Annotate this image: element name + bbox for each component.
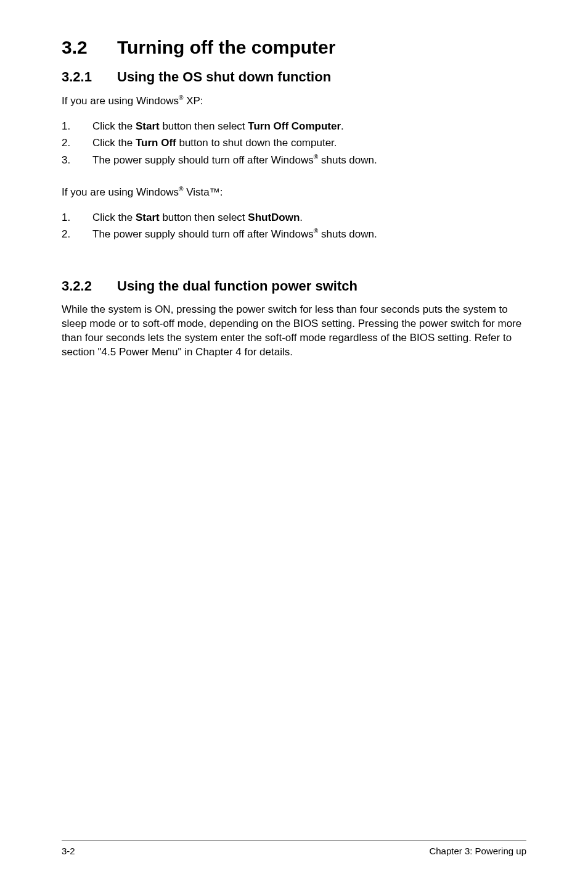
step-number: 2. [62,135,70,151]
step-number: 1. [62,210,70,226]
subsection-body: While the system is ON, pressing the pow… [62,303,526,360]
step-text: . [300,212,303,223]
list-item: 2. The power supply should turn off afte… [62,226,526,242]
subsection-heading: 3.2.1Using the OS shut down function [62,69,526,85]
chapter-label: Chapter 3: Powering up [429,846,526,856]
steps-xp: 1. Click the Start button then select Tu… [62,118,526,168]
step-text: shuts down. [318,154,377,166]
list-item: 2. Click the Turn Off button to shut dow… [62,135,526,151]
step-text: shuts down. [318,228,377,240]
subsection-number: 3.2.2 [62,278,117,294]
list-item: 3. The power supply should turn off afte… [62,152,526,168]
intro-xp: If you are using Windows® XP: [62,94,526,109]
intro-xp-post: XP: [183,95,203,107]
subsection-title-text: Using the OS shut down function [117,69,331,85]
list-item: 1. Click the Start button then select Tu… [62,118,526,134]
step-text: The power supply should turn off after W… [92,154,314,166]
section-number: 3.2 [62,37,117,58]
page-number: 3-2 [62,846,75,856]
step-bold: Turn Off [136,137,176,149]
section-title-text: Turning off the computer [117,37,335,57]
intro-vista-post: Vista™: [183,186,223,198]
subsection-title-text: Using the dual function power switch [117,278,357,294]
step-bold: ShutDown [248,212,300,223]
intro-xp-pre: If you are using Windows [62,95,179,107]
step-text: . [341,120,344,132]
intro-vista-pre: If you are using Windows [62,186,179,198]
step-number: 1. [62,118,70,134]
section-heading: 3.2Turning off the computer [62,37,526,58]
step-bold: Turn Off Computer [248,120,341,132]
step-bold: Start [136,120,160,132]
step-text: Click the [92,137,136,149]
intro-vista: If you are using Windows® Vista™: [62,185,526,200]
steps-vista: 1. Click the Start button then select Sh… [62,210,526,242]
subsection-heading: 3.2.2Using the dual function power switc… [62,278,526,294]
step-text: button to shut down the computer. [176,137,337,149]
step-text: Click the [92,120,136,132]
step-number: 2. [62,226,70,242]
step-text: button then select [160,212,248,223]
list-item: 1. Click the Start button then select Sh… [62,210,526,226]
step-text: The power supply should turn off after W… [92,228,314,240]
subsection-number: 3.2.1 [62,69,117,85]
step-bold: Start [136,212,160,223]
page-footer: 3-2 Chapter 3: Powering up [62,840,526,856]
step-number: 3. [62,152,70,168]
step-text: button then select [160,120,248,132]
step-text: Click the [92,212,136,223]
